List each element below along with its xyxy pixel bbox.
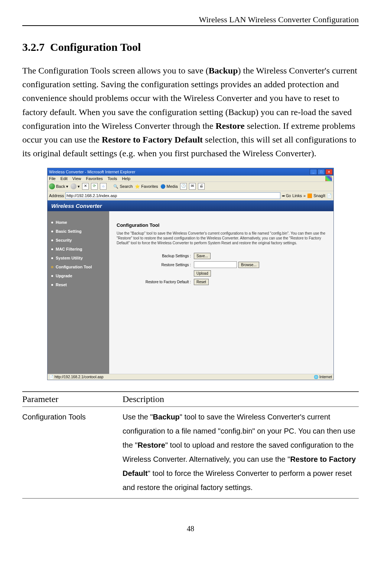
restore-label: Restore Settings : xyxy=(117,263,194,267)
sidebar-item-security[interactable]: Security xyxy=(51,236,106,245)
save-button[interactable]: Save... xyxy=(194,253,211,259)
extra-icon[interactable]: 📄 xyxy=(327,193,332,198)
body-paragraph: The Configuration Tools screen allows yo… xyxy=(22,64,359,160)
menu-favorites[interactable]: Favorites xyxy=(86,176,103,181)
snagit-button[interactable]: 🟧 SnagIt xyxy=(307,193,325,198)
sidebar-item-basic-setting[interactable]: Basic Setting xyxy=(51,227,106,236)
table-row: Configuration Tools Use the "Backup" too… xyxy=(22,407,359,499)
sidebar-item-configuration-tool[interactable]: Configuration Tool xyxy=(51,262,106,271)
window-buttons: _ □ × xyxy=(310,169,333,175)
reset-button[interactable]: Reset xyxy=(194,279,209,285)
section-heading: 3.2.7 Configuration Tool xyxy=(22,41,359,53)
brand-header: Wireless Converter xyxy=(48,200,333,211)
main-panel: Configuration Tool Use the "Backup" tool… xyxy=(109,211,333,374)
embedded-screenshot: Wireless Converter - Microsoft Internet … xyxy=(47,168,334,380)
restore-upload-row: Upload xyxy=(117,270,326,277)
running-header: Wireless LAN Wireless Converter Configur… xyxy=(22,15,359,26)
maximize-button[interactable]: □ xyxy=(318,169,325,175)
status-right: 🌐 Internet xyxy=(314,375,332,379)
home-button[interactable]: ⌂ xyxy=(100,183,107,190)
factory-label: Restore to Factory Default : xyxy=(117,280,194,284)
factory-row: Restore to Factory Default : Reset xyxy=(117,279,326,285)
table-cell-description: Use the "Backup" tool to save the Wirele… xyxy=(123,407,359,499)
go-button[interactable]: ➡ Go xyxy=(282,194,291,198)
media-button[interactable]: 🔵 Media xyxy=(160,184,178,189)
window-title: Wireless Converter - Microsoft Internet … xyxy=(49,170,135,174)
address-input[interactable] xyxy=(65,192,280,199)
minimize-button[interactable]: _ xyxy=(310,169,317,175)
status-left: 📄 http://192.168.2.1/contool.asp xyxy=(49,375,104,379)
window-titlebar: Wireless Converter - Microsoft Internet … xyxy=(48,168,333,176)
table-header-description: Description xyxy=(123,392,359,407)
sidebar-item-reset[interactable]: Reset xyxy=(51,280,106,289)
backup-row: Backup Settings : Save... xyxy=(117,253,326,259)
page-content: Wireless Converter Home Basic Setting Se… xyxy=(48,200,333,374)
menu-file[interactable]: File xyxy=(49,176,56,181)
back-icon xyxy=(49,183,55,189)
menu-edit[interactable]: Edit xyxy=(61,176,68,181)
links-label[interactable]: Links xyxy=(292,193,302,198)
forward-button[interactable]: ▾ xyxy=(71,183,80,189)
table-cell-parameter: Configuration Tools xyxy=(22,407,123,499)
sidebar-item-mac-filtering[interactable]: MAC Filtering xyxy=(51,245,106,254)
browse-button[interactable]: Browse... xyxy=(238,262,259,268)
stop-button[interactable]: ✕ xyxy=(82,183,89,190)
back-button[interactable]: Back ▾ xyxy=(49,183,68,189)
refresh-button[interactable]: ⟳ xyxy=(91,183,98,190)
menu-view[interactable]: View xyxy=(72,176,81,181)
backup-label: Backup Settings : xyxy=(117,254,194,258)
menu-help[interactable]: Help xyxy=(122,176,130,181)
restore-file-input[interactable] xyxy=(194,261,237,268)
menu-tools[interactable]: Tools xyxy=(108,176,117,181)
search-button[interactable]: 🔍 Search xyxy=(113,184,133,189)
panel-title: Configuration Tool xyxy=(117,222,326,228)
sidebar-item-upgrade[interactable]: Upgrade xyxy=(51,271,106,280)
menu-bar: File Edit View Favorites Tools Help xyxy=(48,176,333,182)
close-button[interactable]: × xyxy=(325,169,333,175)
browser-toolbar: Back ▾ ▾ ✕ ⟳ ⌂ 🔍 Search ⭐ Favorites 🔵 Me… xyxy=(48,182,333,191)
history-button[interactable]: 🕓 xyxy=(180,183,187,190)
sidebar-item-system-utility[interactable]: System Utility xyxy=(51,254,106,262)
address-bar: Address ➡ Go Links » 🟧 SnagIt 📄 xyxy=(48,191,333,200)
windows-logo-icon xyxy=(325,176,332,181)
sidebar-item-home[interactable]: Home xyxy=(51,218,106,227)
restore-row: Restore Settings : Browse... xyxy=(117,261,326,268)
address-label: Address xyxy=(49,193,64,198)
status-bar: 📄 http://192.168.2.1/contool.asp 🌐 Inter… xyxy=(48,374,333,380)
forward-icon xyxy=(71,183,76,189)
favorites-button[interactable]: ⭐ Favorites xyxy=(135,184,158,189)
page-number: 48 xyxy=(22,525,359,533)
print-button[interactable]: 🖨 xyxy=(198,183,205,190)
parameter-table: Parameter Description Configuration Tool… xyxy=(22,391,359,499)
mail-button[interactable]: ✉ xyxy=(189,183,196,190)
table-header-parameter: Parameter xyxy=(22,392,123,407)
section-number: 3.2.7 xyxy=(22,41,45,53)
nav-sidebar: Home Basic Setting Security MAC Filterin… xyxy=(48,211,109,374)
section-title: Configuration Tool xyxy=(50,41,141,53)
menu-items: File Edit View Favorites Tools Help xyxy=(49,176,134,181)
upload-button[interactable]: Upload xyxy=(194,270,211,277)
panel-description: Use the "Backup" tool to save the Wirele… xyxy=(117,231,326,245)
